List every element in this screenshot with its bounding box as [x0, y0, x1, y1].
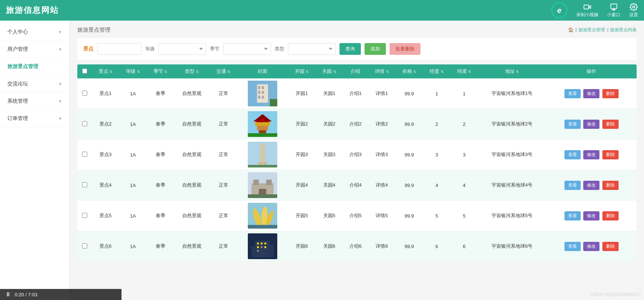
row-jingdu-3: 3 — [423, 140, 451, 170]
row-dizhi-4: 宇宙银河系地球4号 — [478, 170, 546, 201]
cover-image-4 — [248, 172, 277, 198]
row-jingdian-6: 景点6 — [92, 231, 119, 262]
look-button-5[interactable]: 查看 — [564, 211, 581, 220]
look-button-6[interactable]: 查看 — [564, 242, 581, 251]
svg-point-5 — [633, 6, 635, 8]
sort-icon-jijie: ⇅ — [164, 70, 167, 74]
row-jieshao-6: 介绍6 — [343, 231, 368, 262]
edit-button-1[interactable]: 修改 — [583, 89, 599, 98]
col-guanyuan: 关园 ⇅ — [316, 64, 343, 78]
look-button-1[interactable]: 查看 — [564, 89, 581, 98]
add-button[interactable]: 添加 — [365, 43, 386, 55]
col-leixing: 类型 ⇅ — [174, 64, 210, 78]
delete-button-1[interactable]: 删除 — [602, 89, 619, 98]
svg-rect-44 — [264, 243, 266, 244]
row-xiangqing-4: 详情4 — [368, 170, 395, 201]
edit-button-2[interactable]: 修改 — [583, 120, 599, 129]
select-all-checkbox[interactable] — [82, 68, 87, 74]
query-button[interactable]: 查询 — [339, 43, 361, 55]
row-weidu-3: 3 — [450, 140, 478, 170]
row-jiage-1: 99.9 — [395, 78, 423, 109]
chevron-icon-personal: ▼ — [58, 30, 62, 34]
look-button-3[interactable]: 查看 — [564, 150, 581, 159]
row-fengmian-5 — [237, 201, 288, 231]
row-select-2[interactable] — [82, 121, 87, 126]
row-dengji-4: 1A — [119, 170, 147, 201]
row-select-5[interactable] — [82, 213, 87, 218]
row-leixing-5: 自然景观 — [174, 201, 210, 231]
sidebar-item-system[interactable]: 系统管理 ▼ — [0, 93, 70, 110]
row-guanyuan-3: 关园3 — [316, 140, 343, 170]
filter-bar: 景点 等级 1A 2A 3A 4A 5A 季节 春季 夏季 秋 — [77, 38, 637, 60]
chevron-icon-users: ▼ — [58, 47, 62, 52]
gear-icon — [630, 3, 638, 11]
row-checkbox-1 — [77, 78, 92, 109]
time-current: 0:20 — [15, 292, 24, 297]
svg-rect-46 — [264, 246, 266, 248]
row-select-4[interactable] — [82, 182, 87, 187]
col-xiangqing: 详情 ⇅ — [368, 64, 395, 78]
row-checkbox-3 — [77, 140, 92, 170]
record-icon — [583, 3, 591, 11]
edit-button-3[interactable]: 修改 — [583, 150, 599, 159]
col-dengji: 等级 ⇅ — [119, 64, 147, 78]
pause-icon[interactable]: ⏸ — [5, 291, 11, 298]
svg-rect-13 — [262, 96, 264, 99]
svg-rect-30 — [266, 180, 272, 185]
col-jijie: 季节 ⇅ — [147, 64, 174, 78]
row-jijie-2: 春季 — [147, 109, 174, 140]
col-checkbox — [77, 64, 92, 78]
delete-button-6[interactable]: 删除 — [602, 242, 619, 251]
filter-label-dengji: 等级 — [145, 46, 155, 52]
sort-icon-jiaotong: ⇅ — [227, 70, 230, 74]
svg-rect-29 — [253, 180, 259, 185]
row-guanyuan-1: 关园1 — [316, 78, 343, 109]
row-checkbox-2 — [77, 109, 92, 140]
svg-rect-37 — [248, 225, 277, 229]
row-leixing-2: 自然景观 — [174, 109, 210, 140]
sidebar-label-attractions: 旅游景点管理 — [7, 63, 38, 70]
select-leixing[interactable]: 自然景观 人文景观 — [288, 43, 336, 55]
delete-button-2[interactable]: 删除 — [602, 120, 619, 129]
sidebar-item-orders[interactable]: 订单管理 ▼ — [0, 110, 70, 127]
edit-button-5[interactable]: 修改 — [583, 211, 599, 220]
time-display: 0:20 / 7:03 — [15, 292, 37, 297]
row-jiage-5: 99.9 — [395, 201, 423, 231]
sort-icon-xiangqing: ⇅ — [386, 70, 389, 74]
row-select-3[interactable] — [82, 152, 87, 157]
delete-button-5[interactable]: 删除 — [602, 211, 619, 220]
select-jijie[interactable]: 春季 夏季 秋季 冬季 — [223, 43, 271, 55]
search-input-jingdian[interactable] — [97, 43, 141, 55]
row-jieshao-4: 介绍4 — [343, 170, 368, 201]
record-btn[interactable]: 录制小视频 — [576, 3, 598, 18]
site-title: 旅游信息网站 — [6, 5, 59, 16]
row-select-1[interactable] — [82, 91, 87, 96]
sidebar-item-users[interactable]: 用户管理 ▼ — [0, 41, 70, 58]
row-guanyuan-5: 关园5 — [316, 201, 343, 231]
row-kaiyuan-4: 开园4 — [288, 170, 316, 201]
sidebar-item-personal[interactable]: 个人中心 ▼ — [0, 24, 70, 41]
row-jingdian-2: 景点2 — [92, 109, 119, 140]
svg-rect-11 — [262, 91, 264, 94]
edit-button-4[interactable]: 修改 — [583, 181, 599, 190]
row-xiangqing-1: 详情1 — [368, 78, 395, 109]
row-dizhi-3: 宇宙银河系地球3号 — [478, 140, 546, 170]
sidebar-item-attractions[interactable]: 旅游景点管理 — [0, 58, 70, 75]
edit-button-6[interactable]: 修改 — [583, 242, 599, 251]
delete-button-3[interactable]: 删除 — [602, 150, 619, 159]
row-select-6[interactable] — [82, 243, 87, 248]
look-button-2[interactable]: 查看 — [564, 120, 581, 129]
sidebar-item-forum[interactable]: 交流论坛 ▼ — [0, 75, 70, 93]
main-content: 旅游景点管理 🏠 ‖ 旅游景点管理 ‖ 旅游景点列表 景点 等级 1A 2A 3… — [70, 21, 644, 300]
settings-btn[interactable]: 设置 — [629, 3, 638, 18]
row-xiangqing-6: 详情6 — [368, 231, 395, 262]
small-window-btn[interactable]: 小窗口 — [607, 3, 620, 18]
sort-icon-dizhi: ⇅ — [516, 70, 519, 74]
row-jieshao-1: 介绍1 — [343, 78, 368, 109]
row-jijie-1: 春季 — [147, 78, 174, 109]
select-dengji[interactable]: 1A 2A 3A 4A 5A — [158, 43, 206, 55]
delete-button-4[interactable]: 删除 — [602, 181, 619, 190]
batch-delete-button[interactable]: 批量删除 — [390, 43, 420, 55]
svg-rect-26 — [248, 165, 277, 167]
look-button-4[interactable]: 查看 — [564, 181, 581, 190]
